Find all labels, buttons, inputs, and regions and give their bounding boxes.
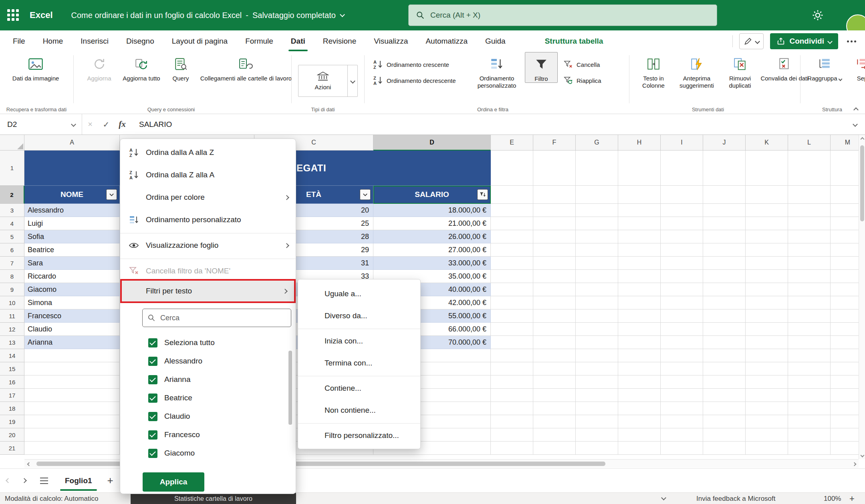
checkbox-checked-icon[interactable] xyxy=(148,430,157,440)
cell-G10[interactable] xyxy=(576,296,618,309)
scroll-right-icon[interactable] xyxy=(850,460,859,468)
cell-G4[interactable] xyxy=(576,217,618,230)
cell-I7[interactable] xyxy=(661,257,703,270)
zoom-in-button[interactable]: + xyxy=(849,493,855,504)
calc-mode-status[interactable]: Modalità di calcolo: Automatico xyxy=(5,493,98,504)
cell-F12[interactable] xyxy=(533,323,576,336)
cell-G20[interactable] xyxy=(576,428,618,442)
cell-A19[interactable] xyxy=(24,415,120,428)
cell-H4[interactable] xyxy=(618,217,661,230)
submenu-item-filtro-personalizzato[interactable]: Filtro personalizzato... xyxy=(298,424,420,446)
row-header-5[interactable]: 5 xyxy=(0,230,24,243)
menu-item-ordina-dalla-z-alla-a[interactable]: ZAOrdina dalla Z alla A xyxy=(120,164,296,186)
add-sheet-button[interactable]: + xyxy=(101,474,120,487)
cell-I13[interactable] xyxy=(661,336,703,349)
cell-F9[interactable] xyxy=(533,283,576,296)
cell-A18[interactable] xyxy=(24,402,120,415)
cell-J4[interactable] xyxy=(703,217,746,230)
flash-fill-button[interactable]: Anteprima suggerimenti xyxy=(674,52,720,89)
cell-G16[interactable] xyxy=(576,375,618,389)
cell-D3[interactable]: 18.000,00 € xyxy=(373,204,491,217)
filter-checkbox-alessandro[interactable]: Alessandro xyxy=(120,352,296,370)
cell-A16[interactable] xyxy=(24,375,120,389)
cell-L6[interactable] xyxy=(788,243,831,257)
cell-nome-giacomo[interactable]: Giacomo xyxy=(24,283,120,296)
cell-H5[interactable] xyxy=(618,230,661,243)
tab-disegno[interactable]: Disegno xyxy=(117,30,163,52)
cell-D5[interactable]: 26.000,00 € xyxy=(373,230,491,243)
cell-H11[interactable] xyxy=(618,309,661,323)
cell-H17[interactable] xyxy=(618,389,661,402)
cell-G12[interactable] xyxy=(576,323,618,336)
menu-item-visualizzazione-foglio[interactable]: Visualizzazione foglio xyxy=(120,234,296,257)
cell-H19[interactable] xyxy=(618,415,661,428)
cell-H14[interactable] xyxy=(618,349,661,362)
cell-K17[interactable] xyxy=(746,389,788,402)
cell-G13[interactable] xyxy=(576,336,618,349)
cell-D6[interactable]: 27.000,00 € xyxy=(373,243,491,257)
cell-E13[interactable] xyxy=(491,336,533,349)
row-header-11[interactable]: 11 xyxy=(0,309,24,323)
tab-layout-di-pagina[interactable]: Layout di pagina xyxy=(163,30,236,52)
cell-E3[interactable] xyxy=(491,204,533,217)
save-status[interactable]: Salvataggio completato xyxy=(252,11,336,20)
cell-F19[interactable] xyxy=(533,415,576,428)
header-cell-nome[interactable]: NOME xyxy=(24,186,120,204)
row-header-2[interactable]: 2 xyxy=(0,186,24,204)
cell-L4[interactable] xyxy=(788,217,831,230)
cell-E2[interactable] xyxy=(491,186,533,204)
cell-nome-francesco[interactable]: Francesco xyxy=(24,309,120,323)
sheet-list-icon[interactable] xyxy=(35,478,53,484)
cell-nome-simona[interactable]: Simona xyxy=(24,296,120,309)
cell-F13[interactable] xyxy=(533,336,576,349)
submenu-item-termina-con[interactable]: Termina con... xyxy=(298,352,420,374)
row-header-3[interactable]: 3 xyxy=(0,204,24,217)
cell-G6[interactable] xyxy=(576,243,618,257)
cell-L12[interactable] xyxy=(788,323,831,336)
cell-E10[interactable] xyxy=(491,296,533,309)
cell-E20[interactable] xyxy=(491,428,533,442)
cell-F4[interactable] xyxy=(533,217,576,230)
cell-G9[interactable] xyxy=(576,283,618,296)
workbook-links-button[interactable]: Collegamenti alle cartelle di lavoro xyxy=(200,52,292,82)
cell-F7[interactable] xyxy=(533,257,576,270)
filter-search-box[interactable] xyxy=(142,309,291,327)
cell-L7[interactable] xyxy=(788,257,831,270)
confirm-entry-icon[interactable]: ✓ xyxy=(98,120,114,129)
cell-K20[interactable] xyxy=(746,428,788,442)
scroll-up-icon[interactable] xyxy=(859,135,865,143)
share-button[interactable]: Condividi xyxy=(770,33,838,49)
cell-A17[interactable] xyxy=(24,389,120,402)
cell-L21[interactable] xyxy=(788,442,831,455)
cell-K9[interactable] xyxy=(746,283,788,296)
tab-revisione[interactable]: Revisione xyxy=(314,30,365,52)
cell-H2[interactable] xyxy=(618,186,661,204)
cell-L1[interactable] xyxy=(788,151,831,186)
reapply-filter-button[interactable]: Riapplica xyxy=(560,74,620,86)
scroll-down-icon[interactable] xyxy=(859,451,865,459)
filter-list-scrollbar[interactable] xyxy=(288,351,292,425)
checkbox-checked-icon[interactable] xyxy=(148,449,157,458)
refresh-all-button[interactable]: Aggiorna tutto xyxy=(121,52,161,82)
cell-F14[interactable] xyxy=(533,349,576,362)
cell-I3[interactable] xyxy=(661,204,703,217)
cell-J15[interactable] xyxy=(703,362,746,375)
column-header-l[interactable]: L xyxy=(788,135,831,151)
cell-G14[interactable] xyxy=(576,349,618,362)
remove-duplicates-button[interactable]: Rimuovi duplicati xyxy=(720,52,760,89)
cell-E4[interactable] xyxy=(491,217,533,230)
scroll-left-icon[interactable] xyxy=(24,460,33,468)
row-header-19[interactable]: 19 xyxy=(0,415,24,428)
cell-L2[interactable] xyxy=(788,186,831,204)
row-header-21[interactable]: 21 xyxy=(0,442,24,455)
cell-I5[interactable] xyxy=(661,230,703,243)
select-all-corner[interactable] xyxy=(0,135,24,151)
cell-D7[interactable]: 33.000,00 € xyxy=(373,257,491,270)
row-header-17[interactable]: 17 xyxy=(0,389,24,402)
filter-checkbox-giacomo[interactable]: Giacomo xyxy=(120,444,296,462)
cell-A20[interactable] xyxy=(24,428,120,442)
cell-G3[interactable] xyxy=(576,204,618,217)
row-header-9[interactable]: 9 xyxy=(0,283,24,296)
cell-I6[interactable] xyxy=(661,243,703,257)
vertical-scrollbar[interactable] xyxy=(859,135,865,459)
